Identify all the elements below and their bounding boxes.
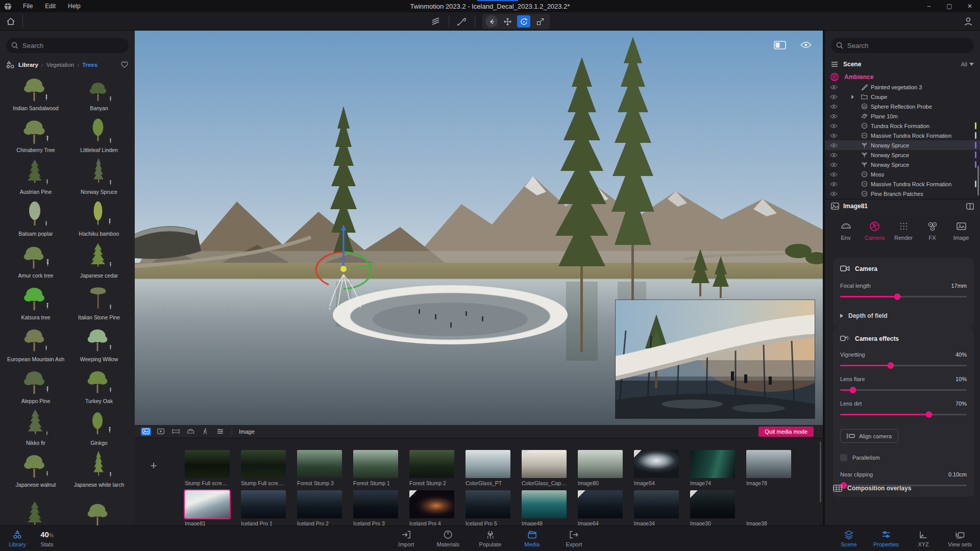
bottombar-populate-button[interactable]: Populate xyxy=(479,530,501,547)
tab-env[interactable]: Env xyxy=(833,220,859,241)
bottombar-stats[interactable]: 40% Stats xyxy=(36,530,58,547)
media-item[interactable]: Image74 xyxy=(690,450,735,486)
tab-render[interactable]: Render xyxy=(891,220,916,241)
scene-search-input[interactable] xyxy=(847,42,969,49)
library-tree-item[interactable]: Japanese white larch xyxy=(67,448,131,490)
scene-item[interactable]: Massive Tundra Rock Formation xyxy=(825,179,980,189)
library-tree-item[interactable]: Hachiku bamboo xyxy=(67,197,131,239)
camera-preview-inset[interactable] xyxy=(616,300,815,418)
bottombar-scene-button[interactable]: Scene xyxy=(838,530,860,547)
media-thumbnail[interactable] xyxy=(746,490,791,518)
quit-media-mode-button[interactable]: Quit media mode xyxy=(758,427,814,437)
media-item[interactable]: Iceland Pro 4 xyxy=(409,490,454,527)
slider-knob[interactable] xyxy=(925,411,932,418)
back-button[interactable] xyxy=(485,15,498,28)
visibility-eye-icon[interactable] xyxy=(830,104,838,109)
scale-tool-button[interactable] xyxy=(533,15,547,28)
visibility-eye-icon[interactable] xyxy=(830,162,838,167)
scene-item[interactable]: Pine Branch Patches xyxy=(825,189,980,196)
media-presentation-mode-icon[interactable] xyxy=(185,428,195,436)
composition-overlays-section[interactable]: Composition overlays xyxy=(833,485,911,492)
breadcrumb-trees[interactable]: Trees xyxy=(82,62,97,68)
bottombar-library-button[interactable]: Library xyxy=(6,530,29,547)
visibility-eye-icon[interactable] xyxy=(830,153,838,158)
slider-knob[interactable] xyxy=(894,293,900,300)
media-item[interactable]: Image78 xyxy=(746,450,791,486)
library-tree-item[interactable]: European Mountain Ash xyxy=(4,322,67,364)
visibility-eye-icon[interactable] xyxy=(800,41,812,48)
media-thumbnail[interactable] xyxy=(353,450,398,478)
collaboration-user-icon[interactable] xyxy=(963,16,974,27)
media-item[interactable]: ColorGlass_PT xyxy=(465,450,510,486)
media-thumbnail[interactable] xyxy=(353,490,398,518)
visibility-eye-icon[interactable] xyxy=(830,94,838,99)
media-video-mode-icon[interactable] xyxy=(156,428,166,436)
scene-item-ambience[interactable]: Ambience xyxy=(825,71,980,82)
menu-file[interactable]: File xyxy=(17,0,39,12)
layers-lines-icon[interactable] xyxy=(430,16,442,27)
menu-help[interactable]: Help xyxy=(62,0,87,12)
scene-filter-dropdown[interactable]: All xyxy=(961,61,974,67)
visibility-eye-icon[interactable] xyxy=(830,172,838,177)
minimize-button[interactable]: – xyxy=(919,0,939,12)
media-thumbnail[interactable] xyxy=(634,450,679,478)
media-item[interactable]: Forest Stump 3 xyxy=(297,450,342,486)
media-item[interactable]: Iceland Pro 3 xyxy=(353,490,398,527)
media-thumbnail[interactable] xyxy=(297,450,342,478)
media-item[interactable]: Iceland Pro 2 xyxy=(297,490,342,527)
bottombar-media-button[interactable]: Media xyxy=(521,530,543,547)
library-tree-item[interactable]: Ginkgo xyxy=(67,406,131,448)
tab-image[interactable]: Image xyxy=(948,220,974,241)
scene-item[interactable]: Norway Spruce xyxy=(825,160,980,169)
library-tree-item[interactable]: Japanese walnut xyxy=(4,448,67,490)
move-tool-button[interactable] xyxy=(501,15,514,28)
visibility-eye-icon[interactable] xyxy=(830,143,838,148)
media-item[interactable]: Image48 xyxy=(522,490,567,527)
media-thumbnail[interactable] xyxy=(185,490,230,518)
align-camera-button[interactable]: Align camera xyxy=(840,429,898,443)
menu-edit[interactable]: Edit xyxy=(39,0,62,12)
media-thumbnail[interactable] xyxy=(409,450,454,478)
slider-knob[interactable] xyxy=(888,362,894,369)
library-tree-item[interactable]: Italian Stone Pine xyxy=(67,281,131,322)
scene-item[interactable]: Norway Spruce xyxy=(825,150,980,160)
library-tree-item[interactable] xyxy=(4,490,67,525)
parallelism-toggle[interactable]: Parallelism xyxy=(840,454,967,461)
scene-menu-icon[interactable] xyxy=(831,61,838,67)
library-tree-item[interactable]: Turkey Oak xyxy=(67,364,131,406)
scene-item[interactable]: Plane 10m xyxy=(825,111,980,121)
close-button[interactable]: ✕ xyxy=(960,0,980,12)
library-tree-item[interactable]: Aleppo Pine xyxy=(4,364,67,406)
library-tree-item[interactable]: Nikko fir xyxy=(4,406,67,448)
media-thumbnail[interactable] xyxy=(465,490,510,518)
media-scrollbar[interactable] xyxy=(820,441,821,503)
media-thumbnail[interactable] xyxy=(578,490,623,518)
home-button[interactable] xyxy=(5,16,16,27)
media-thumbnail[interactable] xyxy=(690,490,735,518)
tab-camera[interactable]: Camera xyxy=(862,220,888,241)
panel-toggle-icon[interactable] xyxy=(774,41,786,49)
media-thumbnail[interactable] xyxy=(241,450,286,478)
visibility-eye-icon[interactable] xyxy=(830,85,838,90)
tab-fx[interactable]: FX xyxy=(920,220,945,241)
visibility-eye-icon[interactable] xyxy=(830,182,838,187)
scene-item[interactable]: Moss xyxy=(825,169,980,179)
media-item[interactable]: Image80 xyxy=(578,450,623,486)
breadcrumb-vegetation[interactable]: Vegetation xyxy=(46,62,74,68)
3d-viewport[interactable] xyxy=(135,31,823,425)
media-item[interactable]: Image64 xyxy=(578,490,623,527)
media-thumbnail[interactable] xyxy=(578,450,623,478)
library-tree-item[interactable]: Weeping Willow xyxy=(67,322,131,364)
media-item-selected[interactable]: Image81 xyxy=(185,490,230,527)
scene-item[interactable]: Sphere Reflection Probe xyxy=(825,102,980,111)
scene-search[interactable] xyxy=(831,38,974,53)
scene-scrollbar[interactable] xyxy=(977,166,979,195)
media-thumbnail[interactable] xyxy=(409,490,454,518)
vignetting-slider[interactable] xyxy=(840,362,967,369)
media-item[interactable]: Image34 xyxy=(634,490,679,527)
library-tree-item[interactable]: Katsura tree xyxy=(4,281,67,322)
bottombar-export-button[interactable]: Export xyxy=(562,530,585,547)
focal-length-slider[interactable] xyxy=(840,293,967,300)
visibility-eye-icon[interactable] xyxy=(830,114,838,119)
media-item[interactable]: Stump Full screen ca... xyxy=(241,450,286,486)
